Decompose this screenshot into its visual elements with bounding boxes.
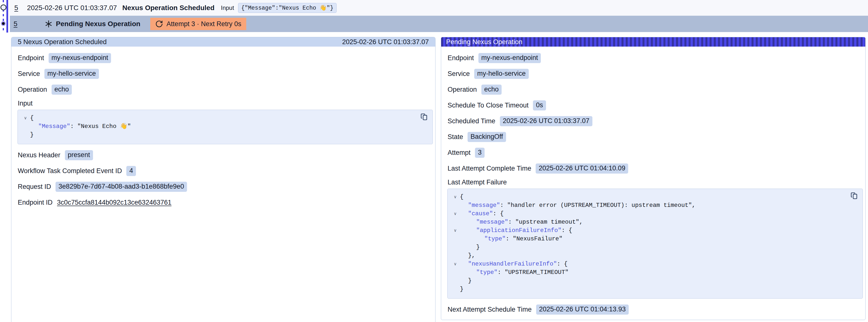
- field-label: Nexus Header: [18, 151, 60, 159]
- code-content: "message": "upstream timeout",: [460, 218, 583, 226]
- field-value-chip: 4: [126, 166, 136, 176]
- collapse-chevron-icon[interactable]: ∨: [451, 260, 460, 268]
- code-content: "cause": {: [460, 210, 503, 218]
- event-id-link[interactable]: 5: [14, 4, 18, 12]
- code-gutter: [451, 218, 460, 226]
- failure-section-label: Last Attempt Failure: [441, 176, 865, 188]
- input-json-code: ∨{"Message": "Nexus Echo 👋"}: [21, 114, 415, 139]
- scheduled-panel-title: 5 Nexus Operation Scheduled: [18, 38, 106, 46]
- code-gutter: [451, 277, 460, 285]
- pending-panel-header: Pending Nexus Operation: [441, 37, 865, 46]
- retry-badge-text: Attempt 3 · Next Retry 0s: [166, 20, 241, 28]
- event-timestamp: 2025-02-26 UTC 01:03:37.07: [27, 4, 117, 12]
- failure-json-block: ∨{"message": "handler error (UPSTREAM_TI…: [447, 189, 863, 298]
- collapse-chevron-icon[interactable]: ∨: [451, 210, 460, 218]
- code-line: ∨"applicationFailureInfo": {: [451, 226, 845, 235]
- collapse-chevron-icon[interactable]: ∨: [451, 193, 460, 201]
- event-input-value-chip[interactable]: {"Message":"Nexus Echo 👋"}: [238, 3, 337, 13]
- code-gutter: [21, 131, 30, 139]
- field-value-chip: 0s: [533, 100, 546, 110]
- code-line: "type": "NexusFailure": [451, 235, 845, 243]
- failure-json-code: ∨{"message": "handler error (UPSTREAM_TI…: [451, 193, 845, 293]
- scheduled-fields: Endpoint my-nexus-endpoint Service my-he…: [11, 50, 435, 97]
- code-line: ∨"nexusHandlerFailureInfo": {: [451, 260, 845, 268]
- code-line: },: [451, 252, 845, 260]
- field-label: Scheduled Time: [447, 117, 495, 125]
- field-label: Workflow Task Completed Event ID: [18, 167, 122, 175]
- field-value-chip: 2025-02-26 UTC 01:03:37.07: [500, 116, 592, 126]
- field-label: Endpoint: [447, 54, 474, 62]
- code-content: "applicationFailureInfo": {: [460, 226, 572, 235]
- pending-nexus-operation-row[interactable]: 5 Pending Nexus Operation Attempt 3 · Ne…: [10, 16, 868, 32]
- field-value-chip: my-nexus-endpoint: [478, 53, 541, 63]
- field-value-chip: 2025-02-26 UTC 01:04:10.09: [536, 163, 628, 173]
- code-line: }: [451, 277, 845, 285]
- code-content: "message": "handler error (UPSTREAM_TIME…: [460, 201, 695, 210]
- field-row: Endpoint my-nexus-endpoint: [11, 50, 435, 66]
- endpoint-id-row: Endpoint ID 3c0c75ccfa8144b092c13ce63246…: [11, 195, 435, 210]
- code-content: }: [30, 131, 34, 139]
- field-row: Request ID 3e829b7e-7d67-4b08-aad3-b1e86…: [11, 179, 435, 195]
- field-row: State BackingOff: [441, 129, 865, 145]
- code-content: "nexusHandlerFailureInfo": {: [460, 260, 567, 268]
- field-label: Endpoint ID: [18, 199, 53, 206]
- code-line: ∨{: [451, 193, 845, 201]
- code-gutter: [451, 243, 460, 252]
- field-label: Operation: [18, 86, 47, 93]
- code-content: }: [460, 277, 471, 285]
- copy-button[interactable]: [420, 113, 428, 122]
- field-row: Nexus Header present: [11, 147, 435, 163]
- scheduled-panel-header: 5 Nexus Operation Scheduled 2025-02-26 U…: [11, 37, 435, 46]
- field-row: Service my-hello-service: [11, 66, 435, 82]
- retry-icon: [155, 20, 163, 28]
- code-content: },: [460, 252, 475, 260]
- code-line: "message": "upstream timeout",: [451, 218, 845, 226]
- scheduled-panel-timestamp: 2025-02-26 UTC 01:03:37.07: [342, 38, 429, 46]
- field-value-chip: 2025-02-26 UTC 01:04:13.93: [536, 304, 629, 315]
- event-name: Nexus Operation Scheduled: [122, 4, 214, 12]
- timeline-node-selected-icon[interactable]: [1, 21, 6, 26]
- endpoint-id-link[interactable]: 3c0c75ccfa8144b092c13ce632463761: [57, 199, 172, 206]
- field-value-chip: echo: [482, 85, 502, 95]
- code-content: {: [30, 114, 34, 122]
- field-value-chip: echo: [52, 85, 72, 95]
- code-line: }: [451, 285, 845, 293]
- field-value-chip: 3: [475, 148, 485, 158]
- collapse-chevron-icon[interactable]: ∨: [451, 226, 460, 235]
- workflow-event-history-view: 5 2025-02-26 UTC 01:03:37.07 Nexus Opera…: [0, 0, 868, 322]
- retry-attempt-badge: Attempt 3 · Next Retry 0s: [150, 18, 246, 30]
- code-content: "type": "UPSTREAM_TIMEOUT": [460, 268, 568, 277]
- field-label: State: [447, 133, 463, 141]
- field-row: Attempt 3: [441, 145, 865, 161]
- field-label: Next Attempt Schedule Time: [447, 306, 532, 313]
- field-row: Operation echo: [441, 82, 865, 97]
- code-line: }: [21, 131, 415, 139]
- field-label: Service: [447, 70, 470, 78]
- next-attempt-schedule-time-row: Next Attempt Schedule Time 2025-02-26 UT…: [441, 301, 865, 317]
- nexus-operation-scheduled-panel: 5 Nexus Operation Scheduled 2025-02-26 U…: [11, 37, 435, 322]
- code-line: ∨"cause": {: [451, 210, 845, 218]
- field-value-chip: my-nexus-endpoint: [49, 53, 111, 63]
- code-content: "Message": "Nexus Echo 👋": [30, 122, 131, 131]
- input-json-block: ∨{"Message": "Nexus Echo 👋"}: [18, 110, 433, 144]
- code-content: }: [460, 243, 479, 252]
- field-row: Workflow Task Completed Event ID 4: [11, 163, 435, 179]
- code-content: {: [460, 193, 463, 201]
- field-row: Schedule To Close Timeout 0s: [441, 97, 865, 113]
- field-row: Scheduled Time 2025-02-26 UTC 01:03:37.0…: [441, 113, 865, 129]
- event-row-nexus-operation-scheduled[interactable]: 5 2025-02-26 UTC 01:03:37.07 Nexus Opera…: [10, 0, 868, 16]
- copy-button[interactable]: [850, 192, 858, 200]
- field-value-chip: BackingOff: [468, 132, 506, 142]
- field-row: Service my-hello-service: [441, 66, 865, 82]
- event-input-label: Input: [221, 4, 234, 11]
- code-gutter: [451, 268, 460, 277]
- pending-row-id-link[interactable]: 5: [13, 20, 18, 28]
- pending-asterisk-icon: [45, 20, 53, 28]
- code-content: }: [460, 285, 463, 293]
- timeline-node-open-icon[interactable]: [0, 4, 6, 10]
- code-gutter: [451, 201, 460, 210]
- collapse-chevron-icon[interactable]: ∨: [21, 114, 30, 122]
- field-row: Operation echo: [11, 82, 435, 97]
- field-label: Service: [18, 70, 40, 78]
- code-content: "type": "NexusFailure": [460, 235, 562, 243]
